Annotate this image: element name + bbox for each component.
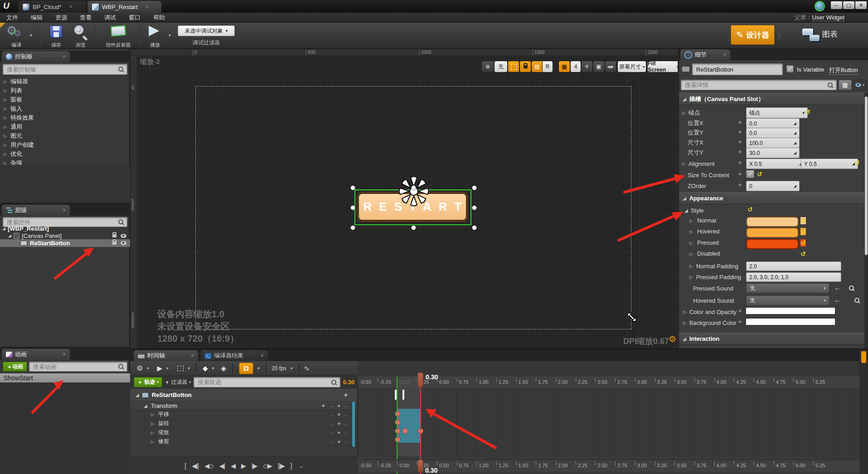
track-list-scrollbar-thumb[interactable] <box>352 401 355 447</box>
lock-icon[interactable] <box>112 242 116 245</box>
transform-channel-row[interactable]: ▷ 旋转 ← ◆ → <box>130 419 357 428</box>
drag-corner-icon[interactable]: ◢ <box>794 151 796 155</box>
normal-padding-field[interactable]: 2.0 <box>746 261 841 271</box>
close-panel-icon[interactable]: × <box>63 351 66 358</box>
palette-search[interactable] <box>3 64 127 75</box>
track-search[interactable] <box>194 377 340 387</box>
play-options-chevron-down-icon[interactable]: ▾ <box>169 33 171 38</box>
timeline-scrollbar-thumb[interactable] <box>861 351 866 363</box>
widget-name-input[interactable] <box>693 66 782 73</box>
details-scrollbar-track[interactable] <box>864 93 868 348</box>
browse-button[interactable]: 浏览 <box>69 24 92 47</box>
menu-item[interactable]: 查看 <box>73 14 98 22</box>
next-key-icon[interactable]: → <box>343 430 347 435</box>
collapsed-arrow-icon[interactable]: ▷ <box>4 152 7 156</box>
resize-handle[interactable] <box>472 225 477 230</box>
chevron-down-icon[interactable]: ▾ <box>147 366 149 371</box>
tab-hierarchy[interactable]: 层级 × <box>2 205 70 216</box>
minimize-button[interactable]: ─ <box>831 1 842 9</box>
reset-icon[interactable]: ↺ <box>800 217 806 224</box>
dpi-settings-gear-icon[interactable]: ⚙ <box>669 334 676 344</box>
reset-icon[interactable]: ↺ <box>800 239 806 247</box>
transport-button[interactable]: ◀◇ <box>204 462 213 469</box>
fps-dropdown[interactable]: 20 fps <box>272 365 286 372</box>
collapsed-arrow-icon[interactable]: ▷ <box>683 320 687 325</box>
palette-category[interactable]: ▷ 图元 <box>0 131 130 140</box>
flow-direction-button[interactable]: 无 <box>494 61 508 73</box>
keyframe-dot[interactable] <box>395 411 400 416</box>
close-panel-icon[interactable]: × <box>261 353 264 359</box>
tab-palette[interactable]: 控制板 × <box>2 51 70 62</box>
close-tab-icon[interactable]: × <box>145 4 149 10</box>
reset-icon[interactable]: ↺ <box>800 250 806 257</box>
use-selected-asset-icon[interactable]: ← <box>834 284 841 291</box>
reset-icon[interactable]: ↺ <box>757 170 762 178</box>
keyframe-grid[interactable] <box>358 389 868 456</box>
collapsed-arrow-icon[interactable]: ▷ <box>689 275 693 280</box>
next-key-icon[interactable]: → <box>343 439 347 444</box>
pressed-sound-dropdown[interactable]: 无 ▾ <box>746 283 829 293</box>
size-x-field[interactable]: 100.0◢ <box>746 138 800 148</box>
collapsed-arrow-icon[interactable]: ▷ <box>4 88 7 93</box>
animation-search-input[interactable] <box>29 363 115 370</box>
designer-viewport[interactable]: 0500100015002000 05001000 缩放-2 ⊕ 无 ▤ R ▦… <box>131 49 678 348</box>
expanded-arrow-icon[interactable]: ◢ <box>2 226 5 231</box>
close-panel-icon[interactable]: × <box>191 353 194 359</box>
play-button[interactable]: ▶ 播放 <box>144 24 166 47</box>
visibility-eye-icon[interactable] <box>121 241 126 245</box>
expanded-arrow-icon[interactable]: ◢ <box>144 403 147 408</box>
bind-icon[interactable]: ✧ <box>738 308 742 314</box>
style-state-row[interactable]: ▷ Disabled ↺ <box>679 249 868 260</box>
collapsed-arrow-icon[interactable]: ▷ <box>682 111 686 116</box>
widget-reflector-button[interactable]: 控件反射器 <box>99 24 138 47</box>
animation-search[interactable] <box>29 362 127 372</box>
menu-item[interactable]: 窗口 <box>122 14 147 22</box>
close-button[interactable]: ✕ <box>855 1 867 9</box>
mirror-button[interactable]: ◀|▶ <box>605 61 616 73</box>
close-panel-icon[interactable]: × <box>63 207 66 213</box>
animation-list-item[interactable]: ShowStart <box>0 373 130 383</box>
color-opacity-swatch[interactable] <box>746 308 835 314</box>
wrench-icon[interactable]: ⚙ <box>136 364 143 372</box>
bind-icon[interactable]: ✧ <box>738 139 742 145</box>
reset-icon[interactable]: ↺ <box>800 228 806 235</box>
lock-icon[interactable] <box>112 234 116 237</box>
transport-button[interactable]: [ <box>184 462 186 469</box>
size-to-content-checkbox[interactable]: ✓ <box>746 170 754 178</box>
expanded-arrow-icon[interactable]: ◢ <box>684 208 688 213</box>
transport-button[interactable]: |▶ <box>252 462 257 469</box>
prev-key-icon[interactable]: ← <box>331 403 335 408</box>
restore-button[interactable]: ▢ <box>843 1 854 9</box>
screen-size-dropdown[interactable]: 屏幕尺寸 ▾ <box>617 61 646 73</box>
current-time-display[interactable]: 0.30 <box>343 379 354 386</box>
source-control-status-icon[interactable] <box>815 1 825 11</box>
transport-button[interactable]: ◇▶ <box>263 462 272 469</box>
collapsed-arrow-icon[interactable]: ▷ <box>4 116 7 120</box>
transport-button[interactable]: ◀| <box>219 462 225 469</box>
drag-corner-icon[interactable]: ◢ <box>794 121 796 126</box>
style-color-swatch[interactable] <box>746 217 799 227</box>
transport-button[interactable]: ◀|| <box>192 462 199 469</box>
transport-button[interactable]: ] <box>291 462 292 469</box>
bind-icon[interactable]: ✧ <box>738 160 742 166</box>
use-selected-asset-icon[interactable]: ← <box>834 296 841 304</box>
asset-tab-bp-cloud[interactable]: BP_Cloud* × <box>18 1 86 13</box>
tab-details[interactable]: i 细节 × <box>680 49 730 60</box>
collapsed-arrow-icon[interactable]: ▷ <box>4 125 7 129</box>
add-keyframe-icon[interactable]: ◆ <box>338 440 340 444</box>
anchor-pinwheel-icon[interactable] <box>398 175 430 208</box>
collapsed-arrow-icon[interactable]: ▷ <box>682 161 686 166</box>
palette-category[interactable]: ▷ 列表 <box>0 86 130 95</box>
menu-item[interactable]: 编辑 <box>24 14 49 22</box>
collapsed-arrow-icon[interactable]: ▷ <box>683 310 687 314</box>
is-variable-checkbox[interactable]: ✓ <box>786 65 794 73</box>
bind-icon[interactable]: ✧ <box>738 171 742 177</box>
style-state-row[interactable]: ▷ Normal ↺ <box>679 216 868 227</box>
details-search[interactable] <box>681 80 837 90</box>
transport-button[interactable]: → <box>298 462 304 469</box>
add-keyframe-icon[interactable]: ◆ <box>338 421 340 426</box>
style-color-swatch[interactable] <box>746 227 799 238</box>
resize-handle[interactable] <box>411 185 416 190</box>
expanded-arrow-icon[interactable]: ◢ <box>8 233 11 238</box>
collapsed-arrow-icon[interactable]: ▷ <box>151 412 154 417</box>
